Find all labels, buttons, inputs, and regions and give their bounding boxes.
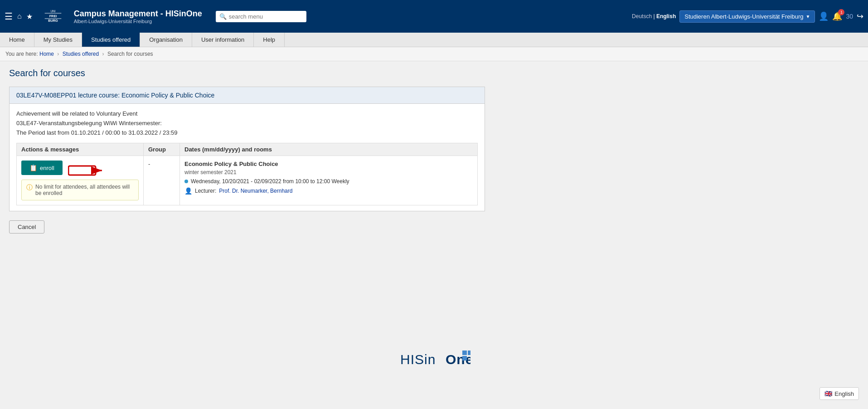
- lecturer-link[interactable]: Prof. Dr. Neumarker, Bernhard: [219, 188, 292, 194]
- breadcrumb-current: Search for courses: [107, 51, 153, 57]
- page-title: Search for courses: [9, 68, 859, 78]
- svg-rect-7: [68, 166, 96, 175]
- nav-organisation[interactable]: Organisation: [140, 33, 192, 47]
- nav-help[interactable]: Help: [254, 33, 285, 47]
- app-subtitle: Albert-Ludwigs-Universität Freiburg: [74, 19, 202, 24]
- header-icons: 👤 🔔 1 30 ↪: [819, 11, 863, 21]
- search-input[interactable]: [229, 13, 303, 20]
- enroll-icon: 📋: [29, 164, 37, 171]
- nav-home[interactable]: Home: [0, 33, 34, 47]
- enroll-button[interactable]: 📋 enroll: [21, 161, 63, 175]
- notification-badge: 1: [838, 9, 844, 15]
- lang-english-link[interactable]: English: [656, 13, 676, 19]
- main-content: Search for courses 03LE47V-M08EPP01 lect…: [0, 61, 868, 333]
- uni-logo: UNI FREI BURG: [41, 3, 66, 30]
- dropdown-arrow-icon: ▼: [806, 14, 810, 19]
- cancel-button[interactable]: Cancel: [9, 220, 44, 234]
- header-right: Deutsch | English Studieren Albert-Ludwi…: [632, 10, 863, 23]
- svg-text:FREI: FREI: [49, 14, 57, 18]
- date-text: Wednesday, 10/20/2021 - 02/09/2022 from …: [191, 178, 349, 185]
- course-card-body: Achievement will be related to Voluntary…: [10, 104, 485, 211]
- course-info-line1: Achievement will be related to Voluntary…: [16, 109, 478, 119]
- course-info: Achievement will be related to Voluntary…: [16, 109, 478, 137]
- group-cell: -: [144, 156, 180, 205]
- header-search: 🔍: [216, 11, 306, 22]
- svg-rect-11: [462, 351, 467, 355]
- footer-logo: HISin One: [0, 347, 868, 372]
- nav-my-studies[interactable]: My Studies: [34, 33, 82, 47]
- date-row: Wednesday, 10/20/2021 - 02/09/2022 from …: [184, 178, 473, 185]
- header-title: Campus Management - HISinOne Albert-Ludw…: [74, 9, 202, 24]
- svg-text:UNI: UNI: [51, 10, 56, 13]
- lecturer-row: 👤 Lecturer: Prof. Dr. Neumarker, Bernhar…: [184, 187, 473, 195]
- user-count[interactable]: 30: [846, 13, 853, 20]
- course-name-cell: Economic Policy & Public Choice: [184, 161, 473, 167]
- no-limit-text: No limit for attendees, all attendees wi…: [35, 184, 134, 196]
- breadcrumb-studies-offered[interactable]: Studies offered: [63, 51, 99, 57]
- course-title: 03LE47V-M08EPP01 lecture course: Economi…: [16, 92, 214, 99]
- user-icon[interactable]: 👤: [819, 11, 829, 21]
- nav-user-information[interactable]: User information: [192, 33, 254, 47]
- course-table: Actions & messages Group Dates (mm/dd/yy…: [16, 143, 478, 205]
- actions-cell: 📋 enroll: [17, 156, 144, 205]
- info-icon: ⓘ: [26, 184, 33, 192]
- breadcrumb: You are here: Home › Studies offered › S…: [0, 47, 868, 61]
- nav-studies-offered[interactable]: Studies offered: [82, 33, 140, 47]
- search-box: 🔍: [216, 11, 306, 22]
- group-value: -: [148, 161, 150, 167]
- enroll-label: enroll: [40, 165, 54, 171]
- course-card-header: 03LE47V-M08EPP01 lecture course: Economi…: [10, 87, 485, 104]
- bell-icon[interactable]: 🔔 1: [832, 11, 842, 21]
- col-dates: Dates (mm/dd/yyyy) and rooms: [180, 143, 478, 156]
- lang-switch: Deutsch | English: [632, 13, 676, 19]
- footer: HISin One: [0, 333, 868, 379]
- dropdown-label: Studieren Albert-Ludwigs-Universität Fre…: [684, 13, 803, 20]
- top-header: ☰ ⌂ ★ UNI FREI BURG Campus Management - …: [0, 0, 868, 33]
- course-info-line3: The Period last from 01.10.2021 / 00:00 …: [16, 128, 478, 138]
- date-dot: [184, 180, 188, 183]
- lecturer-icon: 👤: [184, 187, 192, 195]
- institution-dropdown[interactable]: Studieren Albert-Ludwigs-Universität Fre…: [679, 10, 815, 23]
- svg-text:HISin: HISin: [400, 352, 436, 367]
- app-title: Campus Management - HISinOne: [74, 9, 202, 19]
- search-magnifier-icon: 🔍: [219, 13, 227, 20]
- col-actions: Actions & messages: [17, 143, 144, 156]
- hamburger-icon[interactable]: ☰: [5, 11, 13, 22]
- lecturer-label: Lecturer:: [195, 188, 216, 194]
- arrow-annotation: [68, 162, 104, 178]
- breadcrumb-home[interactable]: Home: [39, 51, 54, 57]
- info-box: ⓘ No limit for attendees, all attendees …: [21, 180, 139, 200]
- star-icon[interactable]: ★: [26, 12, 33, 21]
- course-card: 03LE47V-M08EPP01 lecture course: Economi…: [9, 87, 485, 211]
- nav-bar: Home My Studies Studies offered Organisa…: [0, 33, 868, 47]
- logout-icon[interactable]: ↪: [857, 11, 863, 21]
- svg-text:BURG: BURG: [48, 19, 58, 23]
- svg-rect-13: [462, 356, 467, 360]
- lang-deutsch[interactable]: Deutsch: [632, 13, 652, 19]
- semester: winter semester 2021: [184, 169, 473, 175]
- header-left: ☰ ⌂ ★ UNI FREI BURG Campus Management - …: [5, 3, 202, 30]
- dates-cell: Economic Policy & Public Choice winter s…: [180, 156, 478, 205]
- svg-rect-12: [468, 351, 470, 355]
- course-info-line2: 03LE47-Veranstaltungsbelegung WiWi Winte…: [16, 119, 478, 128]
- col-group: Group: [144, 143, 180, 156]
- breadcrumb-prefix: You are here:: [5, 51, 38, 57]
- table-row: 📋 enroll: [17, 156, 478, 205]
- home-icon[interactable]: ⌂: [17, 12, 22, 20]
- enroll-row: 📋 enroll: [21, 161, 139, 180]
